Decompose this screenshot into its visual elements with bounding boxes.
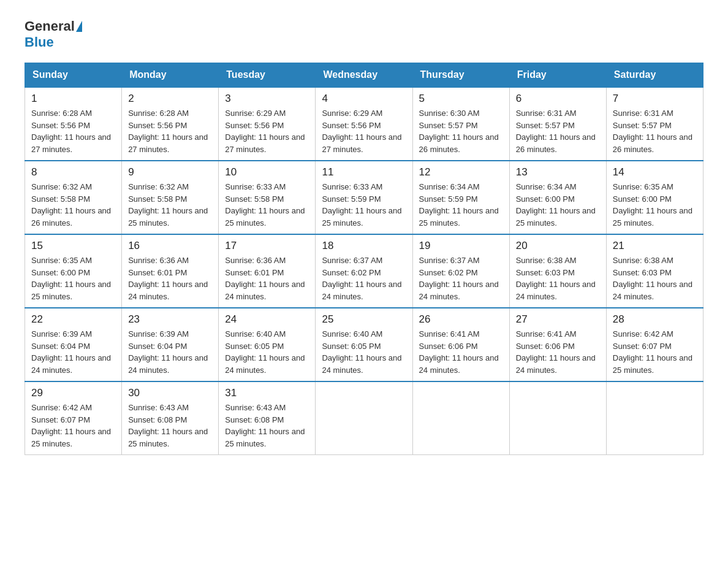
- calendar-cell: 1 Sunrise: 6:28 AMSunset: 5:56 PMDayligh…: [25, 87, 122, 161]
- day-info: Sunrise: 6:31 AMSunset: 5:57 PMDaylight:…: [613, 107, 697, 155]
- day-number: 5: [419, 93, 503, 105]
- day-info: Sunrise: 6:43 AMSunset: 6:08 PMDaylight:…: [225, 402, 309, 450]
- calendar-cell: 12 Sunrise: 6:34 AMSunset: 5:59 PMDaylig…: [412, 161, 509, 234]
- day-info: Sunrise: 6:37 AMSunset: 6:02 PMDaylight:…: [322, 255, 406, 302]
- logo-general-text: General: [25, 18, 75, 34]
- day-number: 2: [128, 93, 212, 105]
- calendar-cell: 29 Sunrise: 6:42 AMSunset: 6:07 PMDaylig…: [25, 381, 122, 455]
- day-info: Sunrise: 6:41 AMSunset: 6:06 PMDaylight:…: [419, 328, 503, 376]
- calendar-cell: 25 Sunrise: 6:40 AMSunset: 6:05 PMDaylig…: [316, 308, 412, 381]
- calendar-week-row: 29 Sunrise: 6:42 AMSunset: 6:07 PMDaylig…: [25, 381, 703, 455]
- days-header-row: SundayMondayTuesdayWednesdayThursdayFrid…: [25, 63, 703, 88]
- day-info: Sunrise: 6:29 AMSunset: 5:56 PMDaylight:…: [322, 107, 406, 155]
- calendar-cell: 28 Sunrise: 6:42 AMSunset: 6:07 PMDaylig…: [606, 308, 703, 381]
- day-info: Sunrise: 6:36 AMSunset: 6:01 PMDaylight:…: [128, 255, 212, 302]
- calendar-cell: 5 Sunrise: 6:30 AMSunset: 5:57 PMDayligh…: [412, 87, 509, 161]
- day-info: Sunrise: 6:35 AMSunset: 6:00 PMDaylight:…: [31, 255, 115, 302]
- day-info: Sunrise: 6:29 AMSunset: 5:56 PMDaylight:…: [225, 107, 309, 155]
- day-of-week-header: Friday: [509, 63, 606, 88]
- calendar-table: SundayMondayTuesdayWednesdayThursdayFrid…: [25, 63, 703, 455]
- logo-blue-text: Blue: [25, 34, 54, 50]
- calendar-cell: 24 Sunrise: 6:40 AMSunset: 6:05 PMDaylig…: [219, 308, 316, 381]
- calendar-cell: 8 Sunrise: 6:32 AMSunset: 5:58 PMDayligh…: [25, 161, 122, 234]
- day-number: 17: [225, 240, 309, 252]
- day-number: 19: [419, 240, 503, 252]
- day-number: 4: [322, 93, 406, 105]
- day-info: Sunrise: 6:39 AMSunset: 6:04 PMDaylight:…: [128, 328, 212, 376]
- day-of-week-header: Monday: [122, 63, 219, 88]
- calendar-cell: 17 Sunrise: 6:36 AMSunset: 6:01 PMDaylig…: [219, 234, 316, 308]
- day-info: Sunrise: 6:37 AMSunset: 6:02 PMDaylight:…: [419, 255, 503, 302]
- day-number: 12: [419, 166, 503, 178]
- day-number: 28: [613, 313, 697, 326]
- calendar-cell: 22 Sunrise: 6:39 AMSunset: 6:04 PMDaylig…: [25, 308, 122, 381]
- day-info: Sunrise: 6:38 AMSunset: 6:03 PMDaylight:…: [516, 255, 600, 302]
- calendar-cell: [316, 381, 412, 455]
- day-number: 27: [516, 313, 600, 326]
- day-info: Sunrise: 6:39 AMSunset: 6:04 PMDaylight:…: [31, 328, 115, 376]
- day-number: 6: [516, 93, 600, 105]
- day-number: 24: [225, 313, 309, 326]
- day-number: 20: [516, 240, 600, 252]
- calendar-week-row: 1 Sunrise: 6:28 AMSunset: 5:56 PMDayligh…: [25, 87, 703, 161]
- calendar-week-row: 8 Sunrise: 6:32 AMSunset: 5:58 PMDayligh…: [25, 161, 703, 234]
- calendar-cell: 7 Sunrise: 6:31 AMSunset: 5:57 PMDayligh…: [606, 87, 703, 161]
- day-number: 21: [613, 240, 697, 252]
- calendar-cell: 6 Sunrise: 6:31 AMSunset: 5:57 PMDayligh…: [509, 87, 606, 161]
- day-of-week-header: Thursday: [412, 63, 509, 88]
- logo-triangle-icon: [76, 21, 82, 32]
- day-number: 25: [322, 313, 406, 326]
- day-of-week-header: Tuesday: [219, 63, 316, 88]
- day-number: 18: [322, 240, 406, 252]
- day-number: 8: [31, 166, 115, 178]
- calendar-cell: [412, 381, 509, 455]
- day-info: Sunrise: 6:38 AMSunset: 6:03 PMDaylight:…: [613, 255, 697, 302]
- day-number: 26: [419, 313, 503, 326]
- calendar-cell: 21 Sunrise: 6:38 AMSunset: 6:03 PMDaylig…: [606, 234, 703, 308]
- day-info: Sunrise: 6:30 AMSunset: 5:57 PMDaylight:…: [419, 107, 503, 155]
- day-number: 15: [31, 240, 115, 252]
- day-info: Sunrise: 6:33 AMSunset: 5:59 PMDaylight:…: [322, 181, 406, 229]
- day-number: 30: [128, 387, 212, 399]
- day-number: 9: [128, 166, 212, 178]
- day-number: 11: [322, 166, 406, 178]
- day-info: Sunrise: 6:40 AMSunset: 6:05 PMDaylight:…: [322, 328, 406, 376]
- calendar-cell: 10 Sunrise: 6:33 AMSunset: 5:58 PMDaylig…: [219, 161, 316, 234]
- calendar-cell: 26 Sunrise: 6:41 AMSunset: 6:06 PMDaylig…: [412, 308, 509, 381]
- calendar-week-row: 22 Sunrise: 6:39 AMSunset: 6:04 PMDaylig…: [25, 308, 703, 381]
- calendar-cell: 18 Sunrise: 6:37 AMSunset: 6:02 PMDaylig…: [316, 234, 412, 308]
- calendar-cell: 2 Sunrise: 6:28 AMSunset: 5:56 PMDayligh…: [122, 87, 219, 161]
- day-number: 31: [225, 387, 309, 399]
- calendar-cell: 3 Sunrise: 6:29 AMSunset: 5:56 PMDayligh…: [219, 87, 316, 161]
- calendar-cell: 13 Sunrise: 6:34 AMSunset: 6:00 PMDaylig…: [509, 161, 606, 234]
- page-header: General Blue: [25, 18, 703, 50]
- day-number: 10: [225, 166, 309, 178]
- calendar-cell: 4 Sunrise: 6:29 AMSunset: 5:56 PMDayligh…: [316, 87, 412, 161]
- calendar-cell: [606, 381, 703, 455]
- day-info: Sunrise: 6:36 AMSunset: 6:01 PMDaylight:…: [225, 255, 309, 302]
- day-info: Sunrise: 6:43 AMSunset: 6:08 PMDaylight:…: [128, 402, 212, 450]
- day-info: Sunrise: 6:28 AMSunset: 5:56 PMDaylight:…: [31, 107, 115, 155]
- day-info: Sunrise: 6:41 AMSunset: 6:06 PMDaylight:…: [516, 328, 600, 376]
- calendar-cell: 9 Sunrise: 6:32 AMSunset: 5:58 PMDayligh…: [122, 161, 219, 234]
- calendar-cell: 20 Sunrise: 6:38 AMSunset: 6:03 PMDaylig…: [509, 234, 606, 308]
- calendar-cell: 14 Sunrise: 6:35 AMSunset: 6:00 PMDaylig…: [606, 161, 703, 234]
- day-number: 23: [128, 313, 212, 326]
- day-info: Sunrise: 6:28 AMSunset: 5:56 PMDaylight:…: [128, 107, 212, 155]
- calendar-cell: 31 Sunrise: 6:43 AMSunset: 6:08 PMDaylig…: [219, 381, 316, 455]
- day-number: 3: [225, 93, 309, 105]
- day-number: 16: [128, 240, 212, 252]
- day-of-week-header: Saturday: [606, 63, 703, 88]
- day-info: Sunrise: 6:32 AMSunset: 5:58 PMDaylight:…: [128, 181, 212, 229]
- day-info: Sunrise: 6:31 AMSunset: 5:57 PMDaylight:…: [516, 107, 600, 155]
- day-info: Sunrise: 6:35 AMSunset: 6:00 PMDaylight:…: [613, 181, 697, 229]
- day-info: Sunrise: 6:34 AMSunset: 6:00 PMDaylight:…: [516, 181, 600, 229]
- day-info: Sunrise: 6:32 AMSunset: 5:58 PMDaylight:…: [31, 181, 115, 229]
- calendar-cell: 30 Sunrise: 6:43 AMSunset: 6:08 PMDaylig…: [122, 381, 219, 455]
- calendar-week-row: 15 Sunrise: 6:35 AMSunset: 6:00 PMDaylig…: [25, 234, 703, 308]
- calendar-cell: 16 Sunrise: 6:36 AMSunset: 6:01 PMDaylig…: [122, 234, 219, 308]
- calendar-cell: 15 Sunrise: 6:35 AMSunset: 6:00 PMDaylig…: [25, 234, 122, 308]
- day-number: 7: [613, 93, 697, 105]
- calendar-cell: 11 Sunrise: 6:33 AMSunset: 5:59 PMDaylig…: [316, 161, 412, 234]
- day-number: 22: [31, 313, 115, 326]
